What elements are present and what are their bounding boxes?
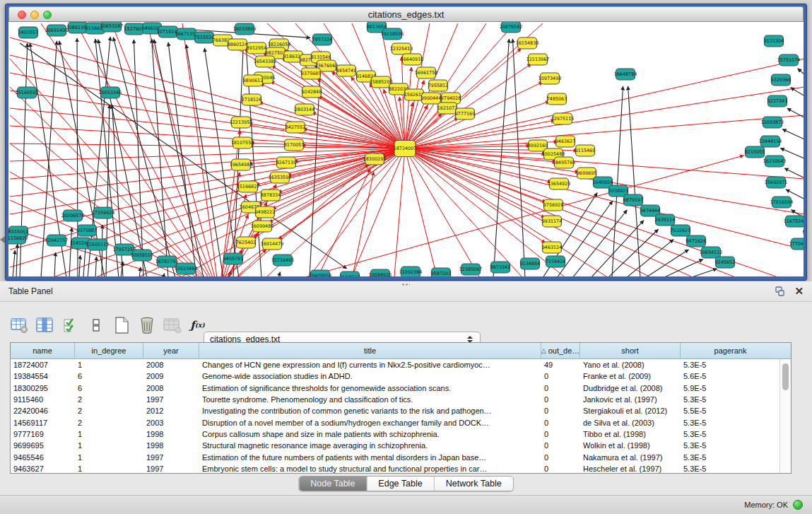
column-header-out_de[interactable]: △out_de… xyxy=(541,343,580,358)
graph-node[interactable]: 12923468 xyxy=(175,263,198,274)
graph-node[interactable]: 16154838 xyxy=(516,37,539,49)
row-height-icon[interactable] xyxy=(86,316,105,335)
graph-node[interactable]: 11675344 xyxy=(784,216,804,227)
table-row[interactable]: 2242004622012Investigating the contribut… xyxy=(11,405,779,416)
graph-node[interactable]: 16099489 xyxy=(251,221,274,232)
graph-node[interactable]: 16961758 xyxy=(415,67,438,78)
graph-node[interactable]: 8427552 xyxy=(286,122,305,133)
graph-node[interactable]: 20053346 xyxy=(99,87,122,98)
column-header-short[interactable]: short xyxy=(580,343,681,358)
graph-node[interactable]: 25160505 xyxy=(16,87,39,98)
splitter-grip[interactable] xyxy=(401,283,410,286)
table-row[interactable]: 1872400712008Changes of HCN gene express… xyxy=(11,359,779,370)
graph-node[interactable]: 8860124 xyxy=(228,39,247,50)
graph-node[interactable]: 8912954 xyxy=(247,42,266,54)
graph-node[interactable]: 9463627 xyxy=(555,136,575,147)
column-header-pagerank[interactable]: pagerank xyxy=(681,343,780,358)
graph-node[interactable]: 2403557 xyxy=(18,27,38,38)
graph-node[interactable]: 9777169 xyxy=(455,108,475,119)
graph-node[interactable]: 11156829 xyxy=(8,233,28,244)
graph-node[interactable]: 17359924 xyxy=(92,207,115,218)
graph-node[interactable]: 12505115 xyxy=(86,239,110,250)
graph-node[interactable]: 9694563 xyxy=(340,271,360,276)
graph-node[interactable]: 8878334 xyxy=(261,189,281,201)
graph-node[interactable]: 10973493 xyxy=(539,73,562,84)
graph-node[interactable]: 10958107 xyxy=(131,250,154,261)
graph-node[interactable]: 2935114 xyxy=(655,214,675,226)
graph-node[interactable]: 16640910 xyxy=(401,54,424,65)
graph-node[interactable]: 20206576 xyxy=(61,210,85,221)
column-header-name[interactable]: name xyxy=(11,343,75,358)
graph-node[interactable]: 9115460 xyxy=(575,145,595,156)
table-row[interactable]: 946362711997Embryonic stem cells: a mode… xyxy=(11,463,779,473)
graph-node[interactable]: 9375887 xyxy=(77,225,97,236)
graph-node[interactable]: 9134854 xyxy=(520,258,540,269)
graph-node[interactable]: 8267130 xyxy=(276,157,296,168)
select-rows-icon[interactable] xyxy=(61,316,80,335)
vertical-scrollbar[interactable] xyxy=(779,359,791,473)
graph-node[interactable]: 17704530 xyxy=(789,238,804,250)
select-columns-icon[interactable] xyxy=(35,316,54,335)
graph-node[interactable]: 13654923 xyxy=(548,178,571,189)
table-select-dropdown[interactable]: citations_edges.txt xyxy=(204,317,481,332)
table-row[interactable]: 911546021997Tourette syndrome. Phenomeno… xyxy=(11,394,779,405)
graph-node[interactable]: 7632621 xyxy=(671,225,690,236)
graph-node[interactable]: 18300295 xyxy=(363,153,387,165)
tab-edge-table[interactable]: Edge Table xyxy=(367,477,434,491)
column-header-in_degree[interactable]: in_degree xyxy=(75,343,143,358)
float-panel-icon[interactable] xyxy=(774,286,784,296)
graph-node[interactable]: 19654985 xyxy=(230,159,253,170)
graph-node[interactable]: 6879197 xyxy=(623,194,643,206)
network-canvas[interactable]: 2403557306914061086135491566321065328715… xyxy=(8,22,804,276)
graph-node[interactable]: 8873342 xyxy=(490,262,510,273)
graph-node[interactable]: 11092384 xyxy=(399,267,423,276)
graph-node[interactable]: 10084920 xyxy=(369,269,392,276)
graph-node[interactable]: 16033809 xyxy=(233,23,257,35)
graph-node[interactable]: 15166827 xyxy=(237,181,260,192)
graph-node[interactable]: 7625402 xyxy=(236,237,256,248)
graph-node[interactable]: 8215955 xyxy=(745,146,765,158)
graph-node[interactable]: 10653287 xyxy=(100,22,124,32)
graph-node[interactable]: 9931174 xyxy=(542,216,562,227)
table-row[interactable]: 1456911722003Disruption of a novel membe… xyxy=(11,416,779,428)
graph-node[interactable]: 12213967 xyxy=(526,54,550,65)
graph-node[interactable]: 16353594 xyxy=(269,172,292,183)
graph-node[interactable]: 15751074 xyxy=(777,54,801,66)
tab-network-table[interactable]: Network Table xyxy=(435,477,513,491)
graph-node[interactable]: 12385067 xyxy=(459,264,483,275)
graph-node[interactable]: 9498222 xyxy=(255,206,275,218)
graph-node[interactable]: 9245652 xyxy=(715,257,735,268)
tab-node-table[interactable]: Node Table xyxy=(299,477,367,491)
graph-node[interactable]: 7515526 xyxy=(194,32,214,43)
graph-node[interactable]: 18495768 xyxy=(553,157,576,168)
graph-node[interactable]: 8170051 xyxy=(284,139,304,151)
graph-node[interactable]: 18107554 xyxy=(231,137,254,148)
graph-node[interactable]: 16210643 xyxy=(763,156,787,167)
table-settings-icon[interactable] xyxy=(10,316,29,335)
table-row[interactable]: 946554611997Estimation of the future num… xyxy=(11,451,779,462)
table-row[interactable]: 969969511998Structural magnetic resonanc… xyxy=(11,440,779,451)
table-row[interactable]: 1830029562008Estimation of significance … xyxy=(11,382,779,394)
graph-node[interactable]: 9587203 xyxy=(431,268,451,276)
graph-node[interactable]: 9756928 xyxy=(543,199,563,211)
graph-node[interactable]: 19218506 xyxy=(381,28,404,40)
graph-node[interactable]: 30691406 xyxy=(45,25,69,36)
graph-node[interactable]: 15692971 xyxy=(765,177,788,188)
citation-network-graph[interactable]: 2403557306914061086135491566321065328715… xyxy=(8,22,804,276)
graph-node[interactable]: 9121304 xyxy=(764,35,784,47)
column-header-year[interactable]: year xyxy=(143,343,199,358)
graph-node[interactable]: 9227343 xyxy=(767,95,787,107)
graph-node[interactable]: 16914479 xyxy=(261,238,284,250)
hub-node[interactable]: 18724007 xyxy=(394,141,417,157)
graph-node[interactable]: 12942757 xyxy=(45,235,69,246)
graph-node[interactable]: 7334426 xyxy=(546,256,565,267)
graph-node[interactable]: 18409954 xyxy=(309,270,332,276)
delete-table-icon[interactable] xyxy=(137,316,156,335)
graph-node[interactable]: 20876582 xyxy=(500,22,523,33)
graph-node[interactable]: 9699695 xyxy=(577,168,596,179)
graph-node[interactable]: 9990444 xyxy=(421,93,441,104)
graph-node[interactable]: 7485063 xyxy=(547,93,567,105)
graph-node[interactable]: 9375685 xyxy=(301,68,321,79)
graph-node[interactable]: 9242848 xyxy=(302,86,322,98)
graph-node[interactable]: 9455791 xyxy=(223,253,243,264)
